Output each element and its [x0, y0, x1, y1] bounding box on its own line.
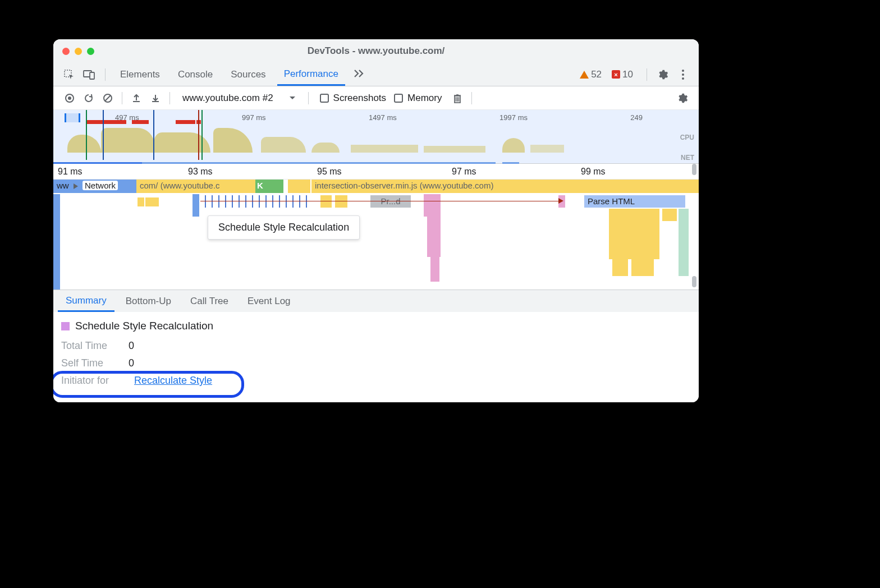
color-swatch — [61, 322, 70, 330]
settings-icon[interactable] — [655, 67, 671, 82]
row-label: Self Time — [61, 357, 129, 369]
tab-calltree[interactable]: Call Tree — [182, 291, 236, 312]
summary-title-text: Schedule Style Recalculation — [75, 320, 213, 332]
fl-block[interactable] — [427, 217, 441, 257]
svg-line-9 — [105, 95, 111, 101]
fl-block[interactable] — [631, 259, 654, 276]
reload-icon[interactable] — [80, 90, 97, 106]
cpu-graph — [53, 125, 676, 153]
tab-summary[interactable]: Summary — [58, 290, 114, 312]
tab-sources[interactable]: Sources — [224, 64, 272, 85]
svg-point-4 — [682, 74, 684, 76]
fl-block[interactable] — [609, 209, 659, 259]
fl-block[interactable] — [53, 194, 60, 290]
scrollbar-down[interactable] — [692, 276, 696, 287]
fl-block[interactable] — [152, 197, 159, 206]
row-value: 0 — [129, 340, 134, 352]
scrollbar-up[interactable] — [692, 164, 696, 175]
recording-select[interactable]: www.youtube.com #2 — [176, 90, 302, 106]
fl-block[interactable] — [424, 194, 441, 217]
warnings-count[interactable]: 52 — [580, 69, 602, 80]
minimize-window[interactable] — [75, 48, 82, 55]
tab-performance[interactable]: Performance — [277, 63, 345, 86]
fl-block-ww[interactable]: ww Network — [53, 180, 136, 193]
ruler-tick: 91 ms — [58, 167, 82, 177]
checkbox-icon — [320, 94, 329, 103]
fl-block[interactable] — [662, 209, 677, 221]
fl-block[interactable] — [612, 259, 628, 276]
tick: 1997 ms — [499, 113, 528, 122]
window-title: DevTools - www.youtube.com/ — [308, 45, 445, 57]
initiator-row: Initiator for Recalculate Style — [61, 375, 691, 387]
record-icon[interactable] — [61, 90, 78, 106]
divider — [647, 68, 647, 81]
download-icon[interactable] — [147, 90, 164, 106]
svg-rect-2 — [90, 72, 94, 79]
fl-block[interactable]: K — [255, 180, 263, 193]
overview-ticks: 497 ms 997 ms 1497 ms 1997 ms 249 — [53, 113, 699, 122]
tab-eventlog[interactable]: Event Log — [240, 291, 299, 312]
fl-strokes[interactable] — [205, 195, 311, 208]
upload-icon[interactable] — [128, 90, 145, 106]
fl-block[interactable] — [192, 194, 199, 217]
fl-block[interactable] — [320, 195, 332, 208]
fl-block[interactable] — [304, 180, 310, 193]
panel-tabs: Elements Console Sources Performance 52 … — [53, 63, 699, 86]
memory-checkbox[interactable]: Memory — [394, 93, 442, 104]
errors-number: 10 — [622, 69, 633, 80]
fl-block[interactable]: com/ (www.youtube.c — [136, 180, 255, 193]
recording-select-value: www.youtube.com #2 — [182, 93, 273, 104]
garbage-collect-icon[interactable] — [449, 90, 466, 106]
screenshots-label: Screenshots — [333, 93, 387, 104]
fl-block-parse[interactable]: Parse HTML — [584, 195, 685, 208]
close-window[interactable] — [62, 48, 70, 55]
clear-icon[interactable] — [99, 90, 116, 106]
overview-timeline[interactable]: 497 ms 997 ms 1497 ms 1997 ms 249 CPU NE… — [53, 110, 699, 164]
fl-block[interactable] — [277, 180, 283, 193]
fl-block[interactable] — [138, 197, 144, 206]
screenshots-checkbox[interactable]: Screenshots — [320, 93, 387, 104]
warning-icon — [580, 71, 589, 79]
tick: 1497 ms — [369, 113, 397, 122]
errors-count[interactable]: × 10 — [612, 69, 633, 80]
divider — [169, 92, 170, 104]
fl-block[interactable] — [145, 197, 152, 206]
arrow-head-icon — [558, 198, 563, 204]
tick: 997 ms — [242, 113, 266, 122]
tab-bottomup[interactable]: Bottom-Up — [118, 291, 179, 312]
maximize-window[interactable] — [87, 48, 94, 55]
detail-pane-tabs: Summary Bottom-Up Call Tree Event Log — [53, 290, 699, 312]
more-tabs-icon[interactable] — [354, 68, 365, 80]
capture-settings-icon[interactable] — [674, 90, 691, 106]
row-value: 0 — [129, 357, 134, 369]
initiator-arrow — [200, 201, 562, 201]
fl-network-badge: Network — [82, 181, 118, 190]
overview-selection[interactable] — [65, 113, 80, 122]
fl-text: intersection-observer.min.js (www.youtub… — [315, 181, 493, 190]
performance-toolbar: www.youtube.com #2 Screenshots Memory — [53, 86, 699, 110]
fl-block-intersection[interactable]: intersection-observer.min.js (www.youtub… — [311, 180, 699, 193]
ruler-tick: 99 ms — [581, 167, 606, 177]
fl-block[interactable] — [679, 209, 689, 276]
tab-elements[interactable]: Elements — [113, 64, 167, 85]
more-options-icon[interactable] — [675, 67, 691, 82]
summary-pane: Schedule Style Recalculation Total Time … — [53, 312, 699, 402]
warnings-number: 52 — [591, 69, 602, 80]
net-label: NET — [681, 154, 694, 162]
inspect-element-icon[interactable] — [61, 67, 77, 82]
fl-block-prd[interactable]: Pr...d — [370, 195, 411, 208]
fl-text: K — [257, 181, 263, 190]
tick: 249 — [630, 113, 643, 122]
summary-title: Schedule Style Recalculation — [61, 320, 691, 332]
detail-ruler[interactable]: 91 ms 93 ms 95 ms 97 ms 99 ms — [53, 164, 699, 180]
fl-block[interactable] — [430, 257, 439, 282]
ruler-tick: 97 ms — [452, 167, 476, 177]
flame-tooltip: Schedule Style Recalculation — [208, 215, 360, 240]
fl-block[interactable] — [335, 195, 347, 208]
recalculate-style-link[interactable]: Recalculate Style — [134, 375, 212, 387]
ruler-tick: 95 ms — [317, 167, 342, 177]
checkbox-icon — [394, 94, 403, 103]
flame-chart[interactable]: ww Network com/ (www.youtube.c K interse… — [53, 180, 699, 290]
tab-console[interactable]: Console — [171, 64, 219, 85]
device-toolbar-icon[interactable] — [81, 67, 97, 82]
